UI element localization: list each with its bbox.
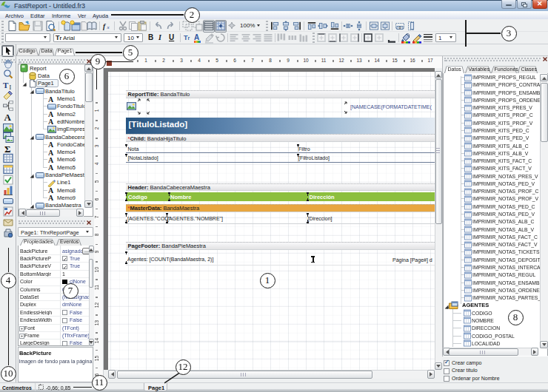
svg-text:T: T (3, 81, 9, 89)
svg-text:A: A (48, 194, 54, 202)
svg-text:f: f (103, 23, 106, 30)
svg-text:x: x (107, 24, 110, 30)
svg-text:A: A (48, 163, 54, 172)
